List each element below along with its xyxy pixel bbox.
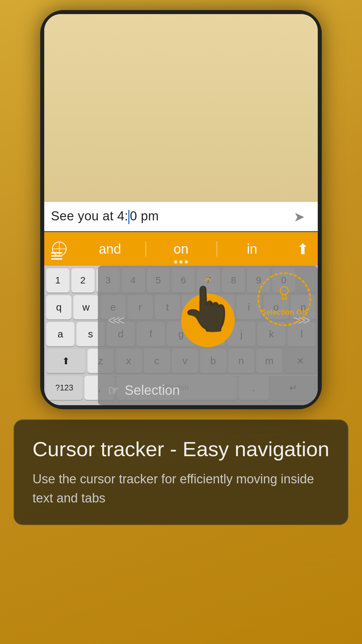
hand-pointer-icon: 👆 bbox=[181, 283, 235, 334]
key-a[interactable]: a bbox=[46, 322, 74, 346]
selection-touch-icon bbox=[273, 282, 296, 305]
tracker-label-bar: ☞ Selection bbox=[98, 375, 318, 405]
bottom-title: Cursor tracker - Easy navigation bbox=[33, 437, 329, 462]
key-2[interactable]: 2 bbox=[71, 268, 95, 292]
suggestion-in[interactable]: in bbox=[217, 238, 288, 260]
text-after-cursor: 0 pm bbox=[130, 209, 159, 223]
cursor-tracker-overlay[interactable]: Selection Off ⌃ ⌃ ⌃ <<< bbox=[98, 266, 318, 405]
up-arrow-icon: ⬆ bbox=[297, 240, 309, 258]
key-w[interactable]: w bbox=[73, 295, 99, 319]
selection-off-button[interactable]: Selection Off bbox=[257, 272, 311, 326]
text-input[interactable]: See you at 4:0 pm bbox=[51, 209, 288, 224]
send-icon: ➤ bbox=[294, 209, 305, 224]
bottom-info-panel: Cursor tracker - Easy navigation Use the… bbox=[13, 419, 349, 525]
hamburger-icon bbox=[51, 252, 62, 260]
key-q[interactable]: q bbox=[46, 295, 71, 319]
menu-button[interactable] bbox=[44, 232, 74, 266]
suggestion-on[interactable]: on bbox=[145, 238, 217, 260]
keyboard-area: 1 2 3 4 5 6 7 8 9 0 · · · q w e r t y u bbox=[44, 266, 318, 405]
numbers-switch-key[interactable]: ?123 bbox=[46, 376, 82, 400]
key-1[interactable]: 1 bbox=[46, 268, 69, 292]
send-button[interactable]: ➤ bbox=[288, 205, 311, 228]
suggestions-up-button[interactable]: ⬆ bbox=[288, 232, 318, 266]
text-cursor bbox=[128, 210, 129, 224]
bottom-description: Use the cursor tracker for efficiently m… bbox=[33, 470, 329, 508]
left-arrows: <<< bbox=[108, 313, 122, 328]
screen-top-area bbox=[44, 14, 318, 202]
svg-point-0 bbox=[280, 287, 288, 295]
input-bar[interactable]: See you at 4:0 pm ➤ bbox=[44, 202, 318, 232]
tracker-label-text: Selection bbox=[125, 383, 180, 398]
suggestions-bar: and on in ⬆ bbox=[44, 232, 318, 266]
tracker-touch-icon: ☞ bbox=[108, 383, 119, 398]
phone-frame: See you at 4:0 pm ➤ and on in bbox=[40, 10, 322, 409]
shift-key[interactable]: ⬆ bbox=[46, 349, 85, 373]
dot-2 bbox=[179, 260, 183, 264]
phone-screen: See you at 4:0 pm ➤ and on in bbox=[44, 14, 318, 405]
suggestion-dots bbox=[174, 260, 188, 264]
dot-3 bbox=[185, 260, 188, 264]
text-before-cursor: See you at 4: bbox=[51, 209, 128, 223]
hand-cursor: 👆 bbox=[171, 277, 245, 364]
dot-1 bbox=[174, 260, 177, 264]
selection-off-label: Selection Off bbox=[261, 308, 307, 317]
tracker-content: Selection Off ⌃ ⌃ ⌃ <<< bbox=[98, 266, 318, 375]
suggestion-and[interactable]: and bbox=[74, 238, 145, 260]
suggestions-words: and on in bbox=[74, 238, 288, 260]
